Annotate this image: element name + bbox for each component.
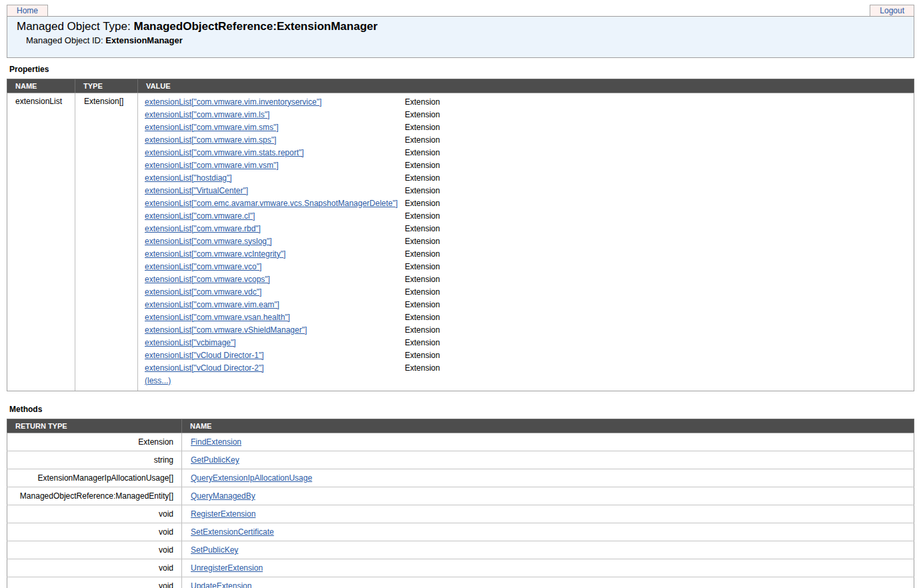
extension-type-label: Extension	[405, 287, 440, 297]
method-row: ExtensionManagerIpAllocationUsage[]Query…	[7, 469, 914, 487]
extension-type-label: Extension	[405, 224, 440, 233]
method-link[interactable]: GetPublicKey	[191, 455, 239, 465]
extension-value-row: extensionList["hostdiag"]Extension	[145, 171, 914, 184]
extension-value-row: extensionList["com.vmware.vim.vsm"]Exten…	[145, 159, 914, 171]
properties-table: NAME TYPE VALUE extensionList Extension[…	[7, 79, 914, 391]
method-link[interactable]: QueryExtensionIpAllocationUsage	[191, 473, 312, 483]
extension-type-label: Extension	[405, 351, 440, 360]
extension-link[interactable]: extensionList["com.vmware.cl"]	[145, 211, 255, 221]
extension-link[interactable]: extensionList["com.vmware.vim.inventorys…	[145, 97, 321, 107]
extension-value-row: extensionList["com.vmware.vShieldManager…	[145, 323, 914, 336]
extension-link-wrap: extensionList["com.vmware.cl"]	[145, 211, 405, 221]
extension-value-row: extensionList["vcbimage"]Extension	[145, 336, 914, 349]
top-tab-bar: Home Logout	[0, 0, 921, 16]
extension-type-label: Extension	[405, 338, 440, 347]
less-link[interactable]: (less...)	[145, 376, 171, 385]
extension-value-row: extensionList["VirtualCenter"]Extension	[145, 184, 914, 197]
extension-value-row: extensionList["com.emc.avamar.vmware.vcs…	[145, 197, 914, 209]
extension-link[interactable]: extensionList["com.vmware.vim.vsm"]	[145, 161, 279, 170]
method-return-type: string	[7, 451, 182, 469]
extension-link[interactable]: extensionList["com.vmware.vcops"]	[145, 275, 270, 284]
method-return-type: void	[7, 577, 182, 588]
method-row: voidRegisterExtension	[7, 505, 914, 523]
extension-value-row: extensionList["vCloud Director-1"]Extens…	[145, 349, 914, 361]
method-row: ManagedObjectReference:ManagedEntity[]Qu…	[7, 487, 914, 505]
extension-link[interactable]: extensionList["com.vmware.vim.stats.repo…	[145, 148, 304, 157]
extension-value-row: extensionList["vCloud Director-2"]Extens…	[145, 361, 914, 374]
method-name-cell: GetPublicKey	[182, 451, 914, 469]
method-row: ExtensionFindExtension	[7, 433, 914, 451]
extension-link[interactable]: extensionList["com.vmware.vim.eam"]	[145, 300, 279, 309]
object-header-box: Managed Object Type: ManagedObjectRefere…	[7, 16, 914, 58]
method-link[interactable]: SetExtensionCertificate	[191, 527, 274, 537]
extension-link-wrap: extensionList["com.vmware.vim.stats.repo…	[145, 148, 405, 157]
extension-link[interactable]: extensionList["com.vmware.vim.sps"]	[145, 135, 276, 145]
extension-link[interactable]: extensionList["com.vmware.vsan.health"]	[145, 313, 290, 322]
extension-link[interactable]: extensionList["com.vmware.vim.ls"]	[145, 110, 269, 119]
extension-link-wrap: extensionList["com.emc.avamar.vmware.vcs…	[145, 199, 405, 208]
extension-link[interactable]: extensionList["vcbimage"]	[145, 338, 236, 347]
object-type-label: Managed Object Type:	[17, 20, 131, 33]
method-row: voidUpdateExtension	[7, 577, 914, 588]
extension-type-label: Extension	[405, 148, 440, 157]
extension-type-label: Extension	[405, 211, 440, 221]
method-name-cell: SetPublicKey	[182, 541, 914, 559]
method-name-cell: UpdateExtension	[182, 577, 914, 588]
extension-type-label: Extension	[405, 237, 440, 246]
method-name-cell: FindExtension	[182, 433, 914, 451]
extension-link[interactable]: extensionList["com.vmware.vco"]	[145, 262, 261, 271]
method-name-cell: SetExtensionCertificate	[182, 523, 914, 541]
logout-tab[interactable]: Logout	[870, 5, 914, 16]
extension-value-row: extensionList["com.vmware.vcIntegrity"]E…	[145, 247, 914, 260]
properties-col-type: TYPE	[75, 79, 138, 93]
method-name-cell: QueryManagedBy	[182, 487, 914, 505]
method-row: voidSetExtensionCertificate	[7, 523, 914, 541]
extension-link[interactable]: extensionList["vCloud Director-1"]	[145, 351, 264, 360]
method-return-type: void	[7, 505, 182, 523]
extension-type-label: Extension	[405, 123, 440, 132]
extension-value-row: extensionList["com.vmware.vim.eam"]Exten…	[145, 298, 914, 311]
extension-value-row: extensionList["com.vmware.vdc"]Extension	[145, 285, 914, 298]
extension-link-wrap: extensionList["com.vmware.vdc"]	[145, 287, 405, 297]
extension-type-label: Extension	[405, 199, 440, 208]
extension-type-label: Extension	[405, 135, 440, 145]
extension-link-wrap: extensionList["com.vmware.syslog"]	[145, 237, 405, 246]
methods-table: RETURN TYPE NAME ExtensionFindExtensions…	[7, 419, 914, 588]
properties-section-title: Properties	[9, 65, 921, 74]
extension-type-label: Extension	[405, 97, 440, 107]
property-name: extensionList	[7, 93, 75, 391]
extension-type-label: Extension	[405, 300, 440, 309]
extension-link-wrap: extensionList["com.vmware.vim.sms"]	[145, 123, 405, 132]
extension-link[interactable]: extensionList["com.vmware.vdc"]	[145, 287, 261, 297]
home-tab[interactable]: Home	[7, 5, 48, 16]
object-id-line: Managed Object ID: ExtensionManager	[7, 35, 914, 46]
object-type-value: ManagedObjectReference:ExtensionManager	[133, 20, 377, 33]
extension-link[interactable]: extensionList["com.vmware.syslog"]	[145, 237, 272, 246]
method-row: stringGetPublicKey	[7, 451, 914, 469]
extension-link[interactable]: extensionList["VirtualCenter"]	[145, 186, 248, 195]
extension-link-wrap: extensionList["com.vmware.vsan.health"]	[145, 313, 405, 322]
extension-link-wrap: extensionList["vCloud Director-2"]	[145, 363, 405, 373]
method-link[interactable]: UpdateExtension	[191, 581, 251, 588]
method-link[interactable]: FindExtension	[191, 437, 241, 447]
extension-link[interactable]: extensionList["com.emc.avamar.vmware.vcs…	[145, 199, 397, 208]
extension-link[interactable]: extensionList["com.vmware.vcIntegrity"]	[145, 249, 285, 259]
method-link[interactable]: UnregisterExtension	[191, 563, 263, 573]
extension-type-label: Extension	[405, 173, 440, 183]
method-link[interactable]: RegisterExtension	[191, 509, 255, 519]
method-name-cell: QueryExtensionIpAllocationUsage	[182, 469, 914, 487]
methods-section-title: Methods	[9, 405, 921, 414]
extension-link[interactable]: extensionList["com.vmware.rbd"]	[145, 224, 261, 233]
method-link[interactable]: SetPublicKey	[191, 545, 238, 555]
extension-type-label: Extension	[405, 161, 440, 170]
method-name-cell: RegisterExtension	[182, 505, 914, 523]
methods-header-row: RETURN TYPE NAME	[7, 419, 914, 433]
extension-type-label: Extension	[405, 249, 440, 259]
extension-link[interactable]: extensionList["hostdiag"]	[145, 173, 232, 183]
extension-link[interactable]: extensionList["com.vmware.vim.sms"]	[145, 123, 279, 132]
method-link[interactable]: QueryManagedBy	[191, 491, 255, 501]
extension-link[interactable]: extensionList["vCloud Director-2"]	[145, 363, 264, 373]
extension-link[interactable]: extensionList["com.vmware.vShieldManager…	[145, 325, 307, 335]
method-return-type: Extension	[7, 433, 182, 451]
properties-col-name: NAME	[7, 79, 75, 93]
